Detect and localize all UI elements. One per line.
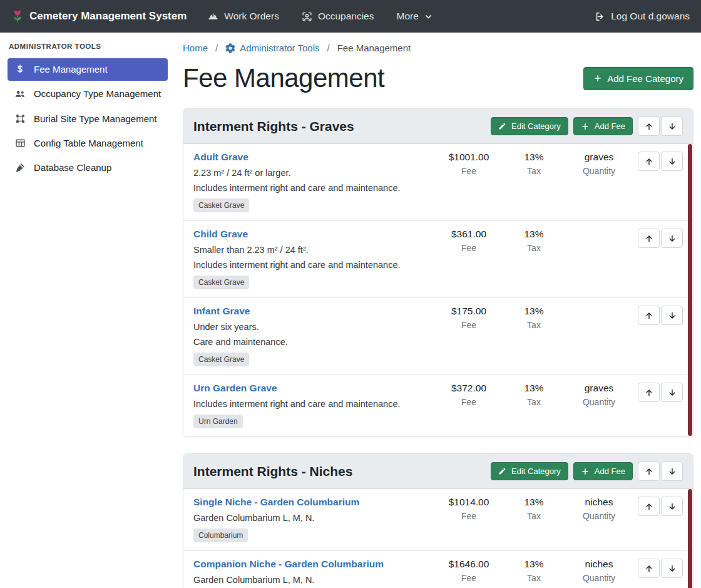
fee-list-scrollbar[interactable] [688, 489, 692, 588]
move-fee-down-button[interactable] [661, 152, 683, 171]
move-fee-up-button[interactable] [638, 229, 660, 248]
fee-description: 2.23 m² / 24 ft² or larger. [193, 168, 431, 178]
fee-tax: 13% [501, 306, 566, 317]
users-icon [14, 88, 26, 99]
sidebar-item-label: Burial Site Type Management [34, 113, 157, 125]
move-fee-down-button[interactable] [661, 559, 683, 578]
category-header: Interment Rights - Niches Edit Category … [183, 454, 693, 489]
move-fee-down-button[interactable] [661, 383, 683, 402]
flower-icon [11, 9, 24, 24]
edit-category-label: Edit Category [511, 121, 561, 131]
fee-name-link[interactable]: Adult Grave [193, 152, 248, 163]
breadcrumb-label: Fee Management [337, 43, 411, 53]
sidebar-item-config-table-management[interactable]: Config Table Management [8, 132, 168, 155]
plus-icon [581, 467, 590, 476]
arrow-up-icon [645, 564, 653, 573]
fee-quantity: niches [566, 559, 632, 570]
logout-button[interactable]: Log Out d.gowans [595, 11, 690, 22]
arrow-down-icon [668, 311, 677, 320]
move-category-down-button[interactable] [661, 462, 683, 481]
breadcrumb-separator: / [327, 43, 329, 53]
fee-tax: 13% [501, 559, 566, 570]
add-fee-category-button[interactable]: Add Fee Category [583, 67, 693, 90]
sidebar-item-label: Fee Management [34, 63, 108, 76]
fee-category-card: Interment Rights - Niches Edit Category … [183, 453, 693, 588]
move-fee-down-button[interactable] [661, 497, 683, 516]
breadcrumb-item-administrator-tools[interactable]: Administrator Tools [225, 43, 319, 53]
nav-item-more[interactable]: More [397, 11, 432, 22]
fee-name-link[interactable]: Single Niche - Garden Columbarium [193, 497, 359, 508]
sidebar-item-occupancy-type-management[interactable]: Occupancy Type Management [8, 83, 168, 105]
navbar-menu: Work Orders Occupancies More [208, 11, 432, 22]
move-fee-down-button[interactable] [661, 229, 683, 248]
fee-quantity: graves [566, 383, 632, 394]
breadcrumb-label: Administrator Tools [240, 43, 319, 53]
fee-quantity-label: Quantity [566, 166, 632, 176]
fee-name-link[interactable]: Urn Garden Grave [193, 383, 277, 394]
add-fee-button[interactable]: Add Fee [573, 117, 633, 135]
sidebar-item-fee-management[interactable]: Fee Management [8, 58, 168, 81]
fee-tax-label: Tax [501, 573, 566, 583]
add-fee-button[interactable]: Add Fee [573, 462, 633, 480]
fee-name-link[interactable]: Child Grave [193, 229, 248, 240]
move-category-down-button[interactable] [661, 116, 683, 136]
vector-square-icon [14, 113, 26, 124]
nav-item-work-orders[interactable]: Work Orders [208, 11, 279, 22]
move-category-up-button[interactable] [638, 116, 660, 136]
fee-tax-label: Tax [501, 166, 566, 176]
fee-amount-label: Fee [436, 243, 501, 253]
arrow-down-icon [668, 157, 677, 166]
table-icon [14, 138, 26, 148]
arrow-up-icon [645, 311, 653, 320]
move-category-up-button[interactable] [638, 462, 660, 481]
fee-tax: 13% [501, 497, 566, 508]
fee-description: Garden Columbarium L, M, N. [193, 575, 431, 585]
fee-type-badge: Casket Grave [193, 353, 249, 366]
sidebar-menu: Fee Management Occupancy Type Management… [0, 58, 175, 179]
move-fee-up-button[interactable] [638, 559, 660, 578]
fee-reorder-group [638, 306, 683, 325]
sidebar-item-database-cleanup[interactable]: Database Cleanup [8, 157, 168, 179]
breadcrumb-item-fee-management: Fee Management [337, 43, 411, 53]
breadcrumb: Home/Administrator Tools/Fee Management [183, 43, 693, 53]
fee-name-link[interactable]: Companion Niche - Garden Columbarium [193, 559, 384, 570]
fee-amount-label: Fee [436, 397, 501, 407]
fee-amount: $1001.00 [436, 152, 501, 163]
move-fee-down-button[interactable] [661, 306, 683, 325]
move-fee-up-button[interactable] [638, 383, 660, 402]
move-fee-up-button[interactable] [638, 306, 660, 325]
breadcrumb-item-home[interactable]: Home [183, 43, 208, 53]
fee-row: Child Grave Smaller than 2.23 m² / 24 ft… [183, 221, 693, 298]
arrow-up-icon [645, 388, 653, 397]
app-brand[interactable]: Cemetery Management System [11, 9, 187, 24]
arrow-down-icon [668, 467, 677, 476]
category-header: Interment Rights - Graves Edit Category … [183, 109, 693, 144]
fee-row: Adult Grave 2.23 m² / 24 ft² or larger.I… [183, 144, 693, 221]
sidebar-item-burial-site-type-management[interactable]: Burial Site Type Management [8, 108, 168, 130]
arrow-up-icon [645, 502, 653, 511]
plus-icon [593, 74, 602, 83]
breadcrumb-label: Home [183, 43, 208, 53]
sidebar: Administrator Tools Fee Management Occup… [0, 33, 175, 588]
edit-category-button[interactable]: Edit Category [491, 462, 568, 480]
page-title: Fee Management [183, 63, 384, 93]
edit-category-button[interactable]: Edit Category [491, 117, 568, 135]
fee-description: Under six years. [193, 322, 431, 332]
fee-row: Companion Niche - Garden Columbarium Gar… [183, 551, 693, 588]
move-fee-up-button[interactable] [638, 152, 660, 171]
fee-amount-label: Fee [436, 511, 501, 521]
fee-list-scrollbar[interactable] [688, 144, 692, 436]
main-content: Home/Administrator Tools/Fee Management … [175, 33, 701, 588]
arrow-down-icon [668, 122, 677, 131]
category-actions: Edit Category Add Fee [491, 462, 683, 481]
arrow-down-icon [668, 564, 677, 573]
plus-icon [581, 122, 590, 131]
nav-item-label: More [397, 11, 419, 22]
broom-icon [14, 162, 26, 173]
nav-item-occupancies[interactable]: Occupancies [302, 11, 374, 22]
gear-icon [225, 43, 235, 53]
fee-name-link[interactable]: Infant Grave [193, 306, 250, 317]
sidebar-item-label: Config Table Management [34, 137, 143, 150]
move-fee-up-button[interactable] [638, 497, 660, 516]
edit-category-label: Edit Category [511, 467, 561, 476]
